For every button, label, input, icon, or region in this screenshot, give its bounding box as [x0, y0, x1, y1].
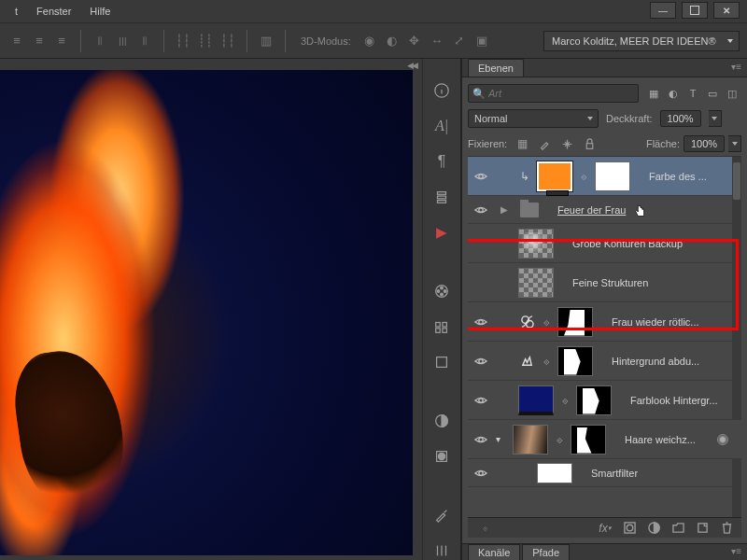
align-right-icon[interactable]: ≡ — [52, 32, 71, 50]
new-layer-icon[interactable] — [695, 521, 710, 536]
mask-link-icon[interactable]: ⟐ — [578, 171, 589, 182]
document-canvas[interactable] — [0, 70, 413, 555]
disclosure-triangle-icon[interactable]: ▶ — [496, 204, 513, 215]
visibility-toggle[interactable]: ○ — [472, 236, 490, 250]
fill-slider-toggle[interactable] — [728, 135, 741, 152]
layer-mask-thumbnail[interactable] — [576, 385, 612, 415]
3d-slide-icon[interactable]: ↔ — [428, 32, 446, 50]
opacity-value[interactable]: 100% — [660, 110, 701, 127]
layers-scrollbar[interactable] — [732, 157, 741, 517]
tab-ebenen[interactable]: Ebenen — [468, 59, 524, 77]
layer-mask-thumbnail[interactable] — [557, 346, 593, 376]
visibility-toggle[interactable] — [472, 394, 490, 407]
tab-kanaele[interactable]: Kanäle — [468, 544, 520, 560]
add-mask-icon[interactable] — [622, 521, 637, 536]
layer-mask-thumbnail[interactable] — [571, 425, 606, 455]
lock-transparency-icon[interactable]: ▦ — [514, 136, 529, 151]
layer-hintergrund-abdu[interactable]: ⟐ Hintergrund abdu... — [468, 342, 741, 381]
visibility-toggle[interactable] — [472, 355, 490, 368]
info-panel-icon[interactable] — [430, 81, 453, 100]
panel-menu-icon[interactable]: ▾≡ — [731, 62, 741, 72]
menu-item-hilfe[interactable]: Hilfe — [80, 2, 120, 21]
spacing-h-icon[interactable]: ┆┆ — [174, 32, 192, 50]
3d-pan-icon[interactable]: ✥ — [405, 32, 424, 50]
layer-thumbnail[interactable] — [518, 229, 554, 259]
layer-name[interactable]: Smartfilter — [591, 468, 738, 479]
panel-menu-icon[interactable]: ▾≡ — [731, 546, 741, 556]
masks-panel-icon[interactable] — [430, 447, 453, 466]
lock-all-icon[interactable] — [582, 136, 597, 151]
swatches-panel-icon[interactable] — [430, 317, 453, 336]
styles-panel-icon[interactable] — [430, 353, 453, 371]
collapse-dock-icon[interactable]: ◀◀ — [407, 61, 416, 70]
smart-filter-disclosure-icon[interactable]: ▾ — [496, 434, 507, 444]
visibility-toggle[interactable] — [472, 433, 490, 446]
character-panel-icon[interactable]: A| — [430, 117, 453, 135]
layer-thumbnail[interactable] — [537, 161, 572, 191]
mask-link-icon[interactable]: ⟐ — [541, 316, 552, 328]
distribute-icon[interactable]: ⫴ — [135, 32, 154, 50]
history-panel-icon[interactable] — [430, 188, 453, 206]
3d-camera-icon[interactable]: ▣ — [472, 32, 491, 50]
layer-group-feuer-der-frau[interactable]: ▶ Feuer der Frau — [468, 196, 741, 224]
distribute-h-icon[interactable]: ⫴ — [91, 32, 109, 50]
fill-value[interactable]: 100% — [684, 135, 725, 152]
layer-filter-input[interactable] — [488, 88, 544, 99]
layer-grobe-konturen[interactable]: ○ Grobe Konturen Backup — [468, 224, 741, 263]
link-layers-icon[interactable]: ⟐ — [477, 521, 492, 536]
filter-mask-thumbnail[interactable] — [537, 463, 572, 483]
layer-feine-strukturen[interactable]: ○ Feine Strukturen — [468, 263, 741, 302]
layer-haare-weichz[interactable]: ▾ ⟐ Haare weichz... — [468, 420, 741, 459]
layer-filter-dropdown[interactable]: 🔍 — [468, 84, 639, 103]
layer-thumbnail[interactable] — [518, 385, 554, 415]
new-adjustment-icon[interactable] — [646, 521, 661, 536]
3d-roll-icon[interactable]: ◐ — [383, 32, 402, 50]
lock-pixels-icon[interactable] — [537, 136, 552, 151]
layer-name[interactable]: Farbe des ... — [649, 171, 738, 182]
filter-smart-icon[interactable]: ◫ — [723, 85, 741, 102]
align-left-icon[interactable]: ≡ — [7, 32, 26, 50]
auto-align-icon[interactable]: ▥ — [257, 32, 275, 50]
mask-link-icon[interactable]: ⟐ — [554, 434, 565, 445]
layer-name[interactable]: Hintergrund abdu... — [612, 356, 738, 367]
visibility-toggle[interactable] — [472, 467, 490, 480]
tab-pfade[interactable]: Pfade — [522, 544, 570, 560]
menu-item-fenster[interactable]: Fenster — [27, 2, 80, 21]
filter-shape-icon[interactable]: ▭ — [703, 85, 722, 102]
layer-name[interactable]: Frau wieder rötlic... — [612, 316, 738, 328]
menu-item-t[interactable]: t — [6, 2, 27, 21]
layer-thumbnail[interactable] — [518, 268, 554, 298]
3d-zoom-icon[interactable]: ⤢ — [450, 32, 469, 50]
filter-adjust-icon[interactable]: ◐ — [664, 85, 683, 102]
visibility-toggle[interactable] — [472, 203, 490, 217]
new-group-icon[interactable] — [670, 521, 685, 536]
distribute-v-icon[interactable]: ⫼ — [113, 32, 132, 50]
delete-layer-icon[interactable] — [719, 521, 734, 536]
lock-position-icon[interactable] — [559, 136, 574, 151]
layer-frau-roetlich[interactable]: ⟐ Frau wieder rötlic... — [468, 302, 741, 342]
layer-thumbnail[interactable] — [513, 425, 548, 455]
3d-orbit-icon[interactable]: ◉ — [360, 32, 379, 50]
brush-presets-panel-icon[interactable] — [430, 541, 453, 560]
layer-farbe-des[interactable]: ↳ ⟐ Farbe des ... — [468, 157, 741, 196]
close-button[interactable]: ✕ — [713, 2, 740, 19]
color-panel-icon[interactable] — [430, 282, 453, 301]
layer-name[interactable]: Farblook Hintergr... — [630, 395, 738, 406]
visibility-toggle[interactable]: ○ — [472, 275, 490, 289]
paragraph-panel-icon[interactable]: ¶ — [430, 152, 453, 171]
layer-mask-thumbnail[interactable] — [595, 161, 630, 191]
opacity-slider-toggle[interactable] — [709, 110, 722, 127]
brush-panel-icon[interactable] — [430, 506, 453, 525]
workspace-dropdown[interactable]: Marco Kolditz, MEER DER IDEEN® — [543, 31, 740, 51]
spacing-icon[interactable]: ┆┆ — [218, 32, 237, 50]
layer-smartfilter[interactable]: Smartfilter — [468, 459, 741, 487]
layer-farblook-hintergrund[interactable]: ⟐ Farblook Hintergr... — [468, 381, 741, 420]
mask-link-icon[interactable]: ⟐ — [541, 356, 552, 367]
layer-mask-thumbnail[interactable] — [557, 307, 593, 337]
visibility-toggle[interactable] — [472, 170, 490, 183]
align-center-icon[interactable]: ≡ — [30, 32, 49, 50]
spacing-v-icon[interactable]: ┊┊ — [196, 32, 215, 50]
adjustments-panel-icon[interactable] — [430, 412, 453, 430]
filter-type-icon[interactable]: T — [684, 85, 702, 102]
visibility-toggle[interactable] — [472, 315, 490, 329]
